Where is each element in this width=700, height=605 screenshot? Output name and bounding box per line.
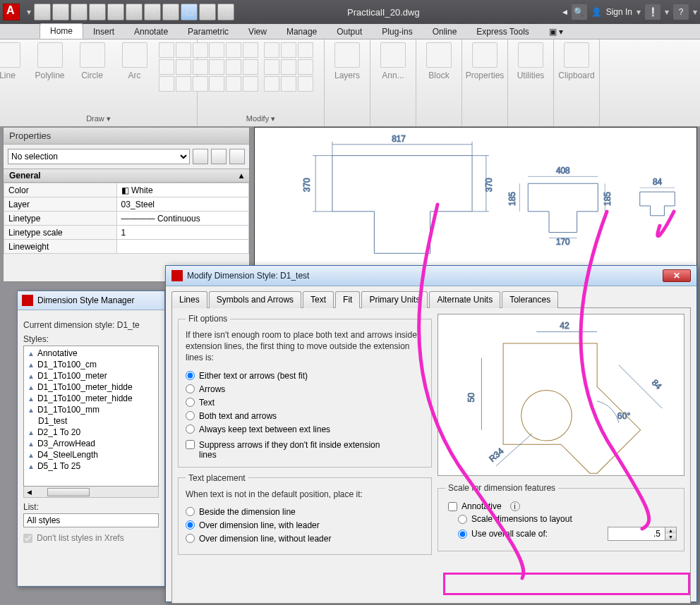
polyline-button[interactable]: Polyline xyxy=(32,42,68,80)
current-style-label: Current dimension style: D1_te xyxy=(23,320,159,330)
tab-symbols[interactable]: Symbols and Arrows xyxy=(209,291,301,308)
tp-desc: When text is not in the default position… xyxy=(186,489,424,500)
layers-button[interactable]: Layers xyxy=(329,42,366,80)
svg-text:50: 50 xyxy=(466,393,476,403)
fit-radio-bestfit[interactable] xyxy=(186,371,195,380)
qat-open-icon[interactable]: ▢ xyxy=(52,4,69,20)
annotation-button[interactable]: Ann... xyxy=(375,42,411,80)
toggle-pickfirst-icon[interactable] xyxy=(229,149,245,164)
svg-text:84: 84 xyxy=(653,177,663,187)
clipboard-button[interactable]: Clipboard xyxy=(558,42,595,80)
selection-dropdown[interactable]: No selection xyxy=(8,149,190,164)
tab-plugins[interactable]: Plug-ins xyxy=(372,25,422,39)
svg-text:370: 370 xyxy=(302,178,312,192)
tp-radio-over-noleader[interactable] xyxy=(186,534,195,543)
svg-text:42: 42 xyxy=(560,321,569,331)
qat-save-icon[interactable]: ▢ xyxy=(71,4,88,20)
svg-text:408: 408 xyxy=(556,166,570,176)
close-button[interactable]: ✕ xyxy=(663,269,691,282)
list-filter-input[interactable] xyxy=(23,513,159,527)
fit-radio-arrows[interactable] xyxy=(186,384,195,393)
list-item: ▲D1_1To100_meter_hidde xyxy=(25,381,157,393)
panel-label-draw[interactable]: Draw ▾ xyxy=(86,112,111,125)
drawing-area[interactable]: 817 370 370 408 185 185 170 84 xyxy=(254,127,697,275)
line-button[interactable]: Line xyxy=(0,42,26,80)
modify-dim-style-dialog: Modify Dimension Style: D1_test ✕ Lines … xyxy=(165,265,697,602)
properties-title: Properties xyxy=(4,128,249,145)
tab-parametric[interactable]: Parametric xyxy=(178,25,239,39)
spin-down-icon[interactable]: ▼ xyxy=(665,534,676,540)
tab-online[interactable]: Online xyxy=(423,25,467,39)
overall-scale-input[interactable] xyxy=(608,527,665,540)
dsm-title-bar[interactable]: Dimension Style Manager xyxy=(18,291,164,310)
utilities-button[interactable]: Utilities xyxy=(512,42,549,80)
modify-grid-2[interactable] xyxy=(264,42,313,92)
qat-btn-9[interactable]: ▢ xyxy=(181,4,198,20)
properties-button[interactable]: Properties xyxy=(466,42,503,80)
scale-radio-layout[interactable] xyxy=(458,515,467,524)
tab-view[interactable]: View xyxy=(239,25,277,39)
list-item: ▲D1_1To100_meter xyxy=(25,370,157,381)
svg-text:R34: R34 xyxy=(487,446,505,464)
scale-radio-overall[interactable] xyxy=(458,530,467,539)
annotative-checkbox[interactable] xyxy=(448,502,457,511)
sign-in-link[interactable]: Sign In xyxy=(606,7,632,17)
block-button[interactable]: Block xyxy=(421,42,457,80)
styles-listbox[interactable]: ▲Annotative ▲D1_1To100_cm ▲D1_1To100_met… xyxy=(23,346,159,487)
properties-palette: Properties No selection General▴ Color◧ … xyxy=(3,127,250,282)
tab-fit[interactable]: Fit xyxy=(335,291,360,308)
app-logo-icon xyxy=(171,270,183,281)
qat-print2-icon[interactable]: ▢ xyxy=(107,4,124,20)
qat-btn-11[interactable]: ▢ xyxy=(217,4,234,20)
fit-radio-always[interactable] xyxy=(186,424,195,434)
table-row: Lineweight xyxy=(4,240,249,254)
mds-title-bar[interactable]: Modify Dimension Style: D1_test ✕ xyxy=(166,266,696,286)
tp-radio-beside[interactable] xyxy=(186,507,195,516)
modify-grid-1[interactable] xyxy=(209,42,258,92)
qat-btn-10[interactable]: ▢ xyxy=(199,4,216,20)
category-general[interactable]: General▴ xyxy=(4,169,249,183)
tab-output[interactable]: Output xyxy=(327,25,372,39)
svg-text:84: 84 xyxy=(650,377,664,391)
svg-text:170: 170 xyxy=(556,237,570,247)
tab-overflow[interactable]: ▣ ▾ xyxy=(539,25,573,39)
qat-undo-icon[interactable]: ↶ xyxy=(126,4,143,20)
circle-button[interactable]: Circle xyxy=(74,42,111,80)
xref-checkbox[interactable] xyxy=(23,534,32,543)
overall-scale-spinner[interactable]: ▲▼ xyxy=(608,527,677,541)
info-icon[interactable]: ❕ xyxy=(645,4,660,20)
qat-redo-icon[interactable]: ↷ xyxy=(144,4,161,20)
tab-insert[interactable]: Insert xyxy=(83,25,124,39)
tp-radio-over-leader[interactable] xyxy=(186,520,195,530)
mds-tabs: Lines Symbols and Arrows Text Fit Primar… xyxy=(166,286,696,307)
tab-alternate-units[interactable]: Alternate Units xyxy=(429,291,500,308)
spin-up-icon[interactable]: ▲ xyxy=(665,527,676,534)
fit-radio-text[interactable] xyxy=(186,398,195,407)
fit-radio-both[interactable] xyxy=(186,411,195,420)
tab-manage[interactable]: Manage xyxy=(277,25,327,39)
tab-home[interactable]: Home xyxy=(40,23,83,39)
scale-legend: Scale for dimension features xyxy=(445,483,558,493)
tab-text[interactable]: Text xyxy=(303,291,334,308)
info-icon[interactable]: i xyxy=(510,501,520,511)
qat-btn-8[interactable]: ▢ xyxy=(162,4,179,20)
tab-lines[interactable]: Lines xyxy=(171,291,207,308)
select-objects-icon[interactable] xyxy=(211,149,227,164)
dimension-style-manager-dialog: Dimension Style Manager Current dimensio… xyxy=(17,291,165,587)
qat-print-icon[interactable]: ▢ xyxy=(89,4,106,20)
qat-new-icon[interactable]: ▢ xyxy=(34,4,51,20)
list-item: ▲D3_ArrowHead xyxy=(25,438,157,449)
tab-express[interactable]: Express Tools xyxy=(466,25,538,39)
tab-primary-units[interactable]: Primary Units xyxy=(361,291,428,308)
suppress-arrows-checkbox[interactable] xyxy=(186,440,195,449)
app-logo[interactable] xyxy=(3,4,20,20)
tab-tolerances[interactable]: Tolerances xyxy=(502,291,558,308)
panel-label-modify[interactable]: Modify ▾ xyxy=(246,112,275,125)
arc-button[interactable]: Arc xyxy=(116,42,153,80)
list-item: ▲Annotative xyxy=(25,348,157,359)
tab-annotate[interactable]: Annotate xyxy=(124,25,178,39)
search-icon[interactable]: 🔍 xyxy=(572,4,587,20)
horizontal-scrollbar[interactable]: ◀ xyxy=(23,487,159,498)
quick-select-icon[interactable] xyxy=(193,149,208,164)
help-icon[interactable]: ? xyxy=(673,4,689,20)
